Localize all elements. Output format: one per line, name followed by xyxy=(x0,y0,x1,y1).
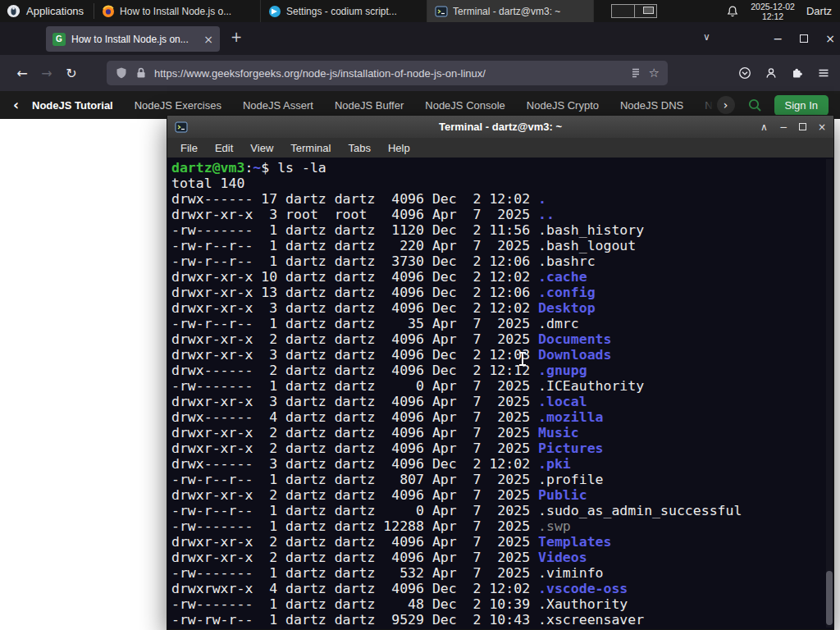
url-text[interactable]: https://www.geeksforgeeks.org/node-js/in… xyxy=(154,67,623,80)
workspace-2[interactable] xyxy=(634,5,656,17)
clock-date: 2025-12-02 xyxy=(751,2,795,11)
file-name: .bash_history xyxy=(538,222,644,238)
forward-button[interactable]: → xyxy=(34,66,59,81)
terminal-output-line: drwxr-xr-x 2 dartz dartz 4096 Apr 7 2025… xyxy=(171,534,833,550)
tab-bar: G How to Install Node.js on... × + ∨ − × xyxy=(0,22,840,55)
workspace-window-thumb xyxy=(643,7,654,14)
notifications-bell-icon[interactable] xyxy=(726,5,739,18)
taskbar-item-title: Settings - codium script... xyxy=(286,6,419,17)
prompt-separator: : xyxy=(244,160,253,176)
minimize-button[interactable]: − xyxy=(774,32,783,45)
menu-tabs[interactable]: Tabs xyxy=(348,142,370,154)
taskbar-item-title: How to Install Node.js o... xyxy=(120,6,253,17)
terminal-output-line: drwxr-xr-x 10 dartz dartz 4096 Dec 2 12:… xyxy=(171,269,833,285)
browser-tab[interactable]: G How to Install Node.js on... × xyxy=(46,26,220,52)
file-name: .. xyxy=(538,207,555,222)
prompt-cwd: ~ xyxy=(253,160,261,176)
terminal-output-line: drwxr-xr-x 3 root root 4096 Apr 7 2025 .… xyxy=(171,207,833,222)
nav-item-nodejs-dns[interactable]: NodeJS DNS xyxy=(620,99,683,112)
reader-mode-icon[interactable] xyxy=(629,66,642,80)
menu-view[interactable]: View xyxy=(250,142,273,154)
menu-hamburger-icon[interactable] xyxy=(817,66,830,80)
close-button[interactable]: × xyxy=(825,32,835,45)
file-name: .local xyxy=(538,394,587,409)
terminal-output-line: -rw------- 1 dartz dartz 0 Apr 7 2025 .I… xyxy=(171,378,833,394)
gfg-favicon: G xyxy=(52,33,66,46)
tracking-shield-icon[interactable] xyxy=(115,66,128,80)
terminal-command: ls -la xyxy=(277,160,326,176)
account-icon[interactable] xyxy=(765,66,778,80)
workspace-switcher[interactable] xyxy=(611,4,657,18)
file-name: .xscreensaver xyxy=(538,612,644,628)
terminal-output[interactable]: dartz@vm3:~$ ls -la total 140 drwx------… xyxy=(167,158,833,629)
lock-icon[interactable] xyxy=(135,66,148,80)
list-tabs-icon[interactable]: ∨ xyxy=(703,31,710,43)
nav-item-nodejs-exercises[interactable]: NodeJS Exercises xyxy=(135,99,221,112)
nav-item-nodejs-assert[interactable]: NodeJS Assert xyxy=(243,99,313,112)
close-button[interactable]: × xyxy=(818,121,826,133)
nav-item-nodejs-console[interactable]: NodeJS Console xyxy=(425,99,505,112)
terminal-output-line: drwxr-xr-x 2 dartz dartz 4096 Apr 7 2025… xyxy=(171,441,833,456)
sign-in-button[interactable]: Sign In xyxy=(774,95,829,116)
pocket-icon[interactable] xyxy=(738,66,751,80)
terminal-titlebar[interactable]: Terminal - dartz@vm3: ~ ∧ − × xyxy=(167,116,833,138)
maximize-button[interactable] xyxy=(800,34,808,43)
tab-title: How to Install Node.js on... xyxy=(71,34,198,45)
new-tab-button[interactable]: + xyxy=(231,29,242,45)
terminal-output-line: -rw-r--r-- 1 dartz dartz 35 Apr 7 2025 .… xyxy=(171,316,833,331)
terminal-output-line: drwxr-xr-x 2 dartz dartz 4096 Apr 7 2025… xyxy=(171,487,833,503)
reload-button[interactable]: ↻ xyxy=(59,66,84,81)
terminal-window-controls: ∧ − × xyxy=(760,121,826,133)
window-controls: − × xyxy=(774,22,835,55)
url-bar[interactable]: https://www.geeksforgeeks.org/node-js/in… xyxy=(107,61,668,85)
menu-file[interactable]: File xyxy=(180,142,198,154)
menu-help[interactable]: Help xyxy=(388,142,410,154)
terminal-output-line: -rw------- 1 dartz dartz 532 Apr 7 2025 … xyxy=(171,565,833,581)
prompt-user-host: dartz@vm3 xyxy=(171,160,244,176)
terminal-output-line: -rw-r--r-- 1 dartz dartz 220 Apr 7 2025 … xyxy=(171,238,833,253)
terminal-scrollbar[interactable] xyxy=(826,159,833,628)
shade-button[interactable]: ∧ xyxy=(760,121,768,133)
back-button[interactable]: ← xyxy=(10,66,34,81)
maximize-button[interactable] xyxy=(799,123,806,130)
terminal-output-line: drwxr-xr-x 3 dartz dartz 4096 Dec 2 12:0… xyxy=(171,300,833,316)
applications-label: Applications xyxy=(26,5,84,17)
nav-item-nodejs-tutorial[interactable]: NodeJS Tutorial xyxy=(32,99,113,112)
terminal-output-line: -rw------- 1 dartz dartz 48 Dec 2 10:39 … xyxy=(171,596,833,612)
search-icon[interactable] xyxy=(747,98,762,112)
file-name: Templates xyxy=(538,534,611,550)
workspace-1[interactable] xyxy=(612,5,634,17)
taskbar-item-browser[interactable]: How to Install Node.js o... xyxy=(94,0,261,22)
file-name: .pki xyxy=(538,456,571,472)
tab-close-icon[interactable]: × xyxy=(203,33,213,46)
bookmark-star-icon[interactable]: ☆ xyxy=(649,66,660,80)
nav-scroll-left-icon[interactable]: ‹ xyxy=(13,97,19,113)
file-name: . xyxy=(538,191,546,207)
scrollbar-thumb[interactable] xyxy=(826,571,833,625)
file-name: .bashrc xyxy=(538,253,596,269)
clock[interactable]: 2025-12-02 12:12 xyxy=(751,2,795,21)
file-name: Music xyxy=(538,425,579,441)
terminal-icon xyxy=(435,5,448,18)
terminal-output-line: drwxr-xr-x 2 dartz dartz 4096 Apr 7 2025… xyxy=(171,550,833,565)
taskbar-item-codium[interactable]: Settings - codium script... xyxy=(261,0,427,22)
applications-menu[interactable]: Applications xyxy=(0,0,94,22)
file-name: .Xauthority xyxy=(538,596,628,612)
prompt-symbol: $ xyxy=(261,160,277,176)
minimize-button[interactable]: − xyxy=(779,121,788,133)
applications-icon xyxy=(7,4,21,18)
nav-item-nodejs-buffer[interactable]: NodeJS Buffer xyxy=(335,99,404,112)
file-name: .bash_logout xyxy=(538,238,636,253)
nav-scroll-right-icon[interactable]: › xyxy=(717,96,735,114)
menu-terminal[interactable]: Terminal xyxy=(290,142,331,154)
taskbar-item-terminal[interactable]: Terminal - dartz@vm3: ~ xyxy=(427,0,594,22)
file-name: .ICEauthority xyxy=(538,378,644,394)
nav-item-nodejs-crypto[interactable]: NodeJS Crypto xyxy=(527,99,599,112)
terminal-menubar: File Edit View Terminal Tabs Help xyxy=(167,138,833,158)
terminal-output-line: -rw-r--r-- 1 dartz dartz 807 Apr 7 2025 … xyxy=(171,472,833,487)
extensions-puzzle-icon[interactable] xyxy=(791,66,804,80)
menu-edit[interactable]: Edit xyxy=(215,142,233,154)
top-panel: Applications How to Install Node.js o...… xyxy=(0,0,840,22)
terminal-output-line: -rw------- 1 dartz dartz 12288 Apr 7 202… xyxy=(171,518,833,534)
terminal-output-line: drwx------ 2 dartz dartz 4096 Dec 2 12:1… xyxy=(171,363,833,378)
